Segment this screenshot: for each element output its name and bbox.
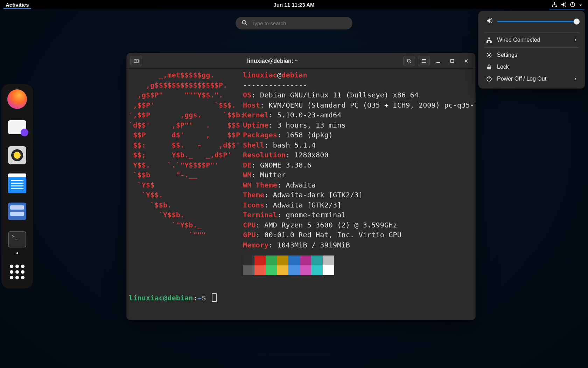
new-tab-button[interactable]	[130, 56, 142, 66]
chevron-right-icon	[574, 76, 577, 82]
network-label: Wired Connected	[497, 37, 540, 43]
divider	[485, 47, 579, 48]
svg-point-18	[488, 54, 490, 56]
svg-rect-0	[554, 2, 555, 4]
volume-icon	[561, 2, 566, 8]
dock-mail[interactable]	[7, 117, 27, 137]
svg-rect-12	[422, 62, 426, 63]
terminal-title: linuxiac@debian: ~	[145, 58, 400, 64]
volume-row	[478, 16, 585, 31]
clock[interactable]: Jun 11 11:23 AM	[274, 2, 315, 8]
activities-button[interactable]: Activities	[4, 1, 31, 9]
svg-rect-11	[422, 61, 426, 61]
volume-slider-thumb[interactable]	[574, 19, 580, 25]
terminal-content[interactable]: _,met$$$$$gg. ,g$$$$$$$$$$$$$$$P. ,g$$P"…	[127, 69, 475, 320]
neofetch-color-palette	[243, 255, 334, 275]
chevron-right-icon	[574, 37, 577, 43]
dock-files[interactable]	[7, 201, 27, 222]
power-label: Power Off / Log Out	[497, 76, 546, 82]
svg-rect-1	[552, 6, 553, 7]
terminal-search-button[interactable]	[403, 56, 415, 66]
svg-rect-19	[487, 67, 491, 69]
power-row[interactable]: Power Off / Log Out	[478, 73, 585, 85]
power-icon	[570, 2, 575, 8]
network-icon	[552, 2, 557, 8]
terminal-window: linuxiac@debian: ~ _,met$$$$$gg. ,g$$$$$…	[127, 53, 475, 320]
overview-search[interactable]	[236, 17, 352, 29]
close-button[interactable]	[461, 56, 472, 66]
system-menu: Wired Connected Settings Lock Power Off …	[478, 11, 585, 88]
divider	[485, 32, 579, 33]
running-indicator	[16, 252, 18, 254]
terminal-cursor	[212, 293, 217, 302]
dock-writer[interactable]	[7, 173, 27, 193]
dock-firefox[interactable]	[7, 89, 27, 109]
terminal-headerbar: linuxiac@debian: ~	[127, 53, 475, 69]
svg-rect-16	[486, 41, 488, 42]
lock-label: Lock	[497, 64, 509, 70]
search-input[interactable]	[252, 20, 346, 26]
neofetch-ascii-logo: _,met$$$$$gg. ,g$$$$$$$$$$$$$$$P. ,g$$P"…	[129, 70, 245, 240]
volume-icon	[486, 18, 492, 25]
maximize-button[interactable]	[447, 56, 458, 66]
minimize-button[interactable]	[433, 56, 444, 66]
settings-row[interactable]: Settings	[478, 49, 585, 61]
network-row[interactable]: Wired Connected	[478, 34, 585, 46]
shell-prompt: linuxiac@debian:~$	[129, 293, 217, 303]
svg-rect-21	[489, 76, 490, 79]
dock-terminal[interactable]	[7, 229, 27, 250]
svg-rect-2	[555, 6, 557, 7]
settings-label: Settings	[497, 52, 517, 58]
dock-music[interactable]	[7, 145, 27, 165]
search-icon	[242, 20, 247, 27]
svg-rect-4	[572, 2, 573, 5]
svg-rect-14	[451, 59, 454, 62]
terminal-menu-button[interactable]	[418, 56, 430, 66]
volume-slider[interactable]	[497, 21, 577, 22]
dock-show-apps[interactable]	[7, 262, 27, 282]
svg-point-5	[243, 20, 246, 24]
svg-rect-17	[490, 41, 492, 42]
svg-rect-15	[488, 38, 490, 39]
svg-line-9	[410, 62, 412, 63]
dash	[1, 84, 33, 288]
svg-line-6	[246, 23, 247, 25]
svg-point-8	[407, 59, 410, 62]
lock-row[interactable]: Lock	[478, 61, 585, 73]
chevron-down-icon	[579, 2, 582, 8]
svg-rect-13	[436, 62, 440, 63]
svg-rect-10	[422, 59, 426, 60]
topbar: Activities Jun 11 11:23 AM	[0, 0, 588, 9]
